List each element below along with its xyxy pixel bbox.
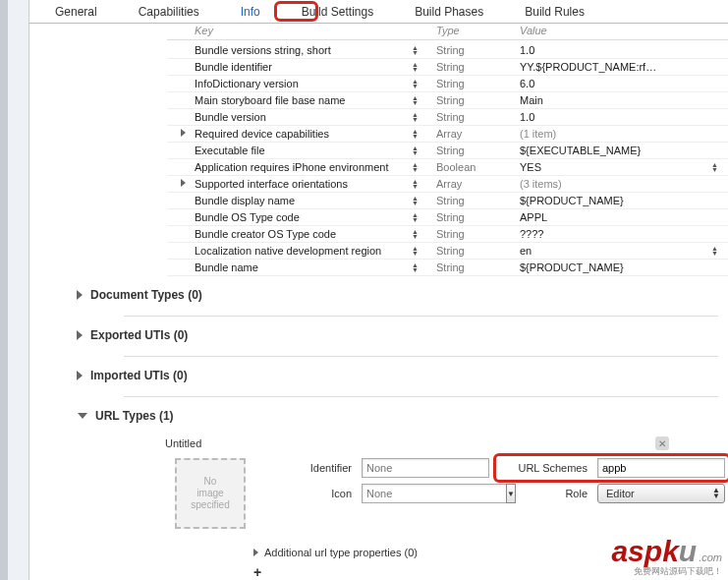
tab-build-settings[interactable]: Build Settings bbox=[296, 2, 379, 23]
plist-value: (3 items) bbox=[520, 178, 562, 190]
plist-type: String bbox=[436, 44, 465, 56]
plist-key: Bundle OS Type code bbox=[195, 211, 300, 223]
plist-type: String bbox=[436, 94, 465, 106]
plist-key: Bundle display name bbox=[195, 195, 295, 206]
disclosure-triangle-down-icon bbox=[78, 413, 87, 419]
plist-row[interactable]: Main storyboard file base nameStringMain bbox=[167, 92, 728, 109]
plist-row[interactable]: Bundle versions string, shortString1.0 bbox=[167, 42, 728, 59]
stepper-icon[interactable] bbox=[412, 162, 419, 172]
stepper-icon[interactable] bbox=[412, 95, 419, 105]
plist-key: Bundle version bbox=[195, 111, 266, 123]
plist-key: Application requires iPhone environment bbox=[195, 161, 389, 173]
plist-value: YY.${PRODUCT_NAME:rf… bbox=[520, 61, 656, 73]
stepper-icon[interactable] bbox=[412, 79, 419, 88]
plist-value: (1 item) bbox=[520, 128, 556, 140]
plist-row[interactable]: Bundle creator OS Type codeString???? bbox=[167, 226, 728, 243]
section-label: Document Types (0) bbox=[90, 288, 202, 302]
plist-type: Array bbox=[436, 178, 462, 190]
tab-build-rules[interactable]: Build Rules bbox=[519, 2, 590, 23]
plist-value: 6.0 bbox=[520, 78, 534, 89]
role-label: Role bbox=[499, 488, 588, 499]
disclosure-triangle-icon bbox=[77, 290, 83, 300]
stepper-icon[interactable] bbox=[412, 246, 419, 256]
plist-key: Localization native development region bbox=[195, 245, 381, 257]
icon-combo[interactable]: ▼ bbox=[362, 484, 489, 503]
plist-row[interactable]: Bundle display nameString${PRODUCT_NAME} bbox=[167, 193, 728, 209]
tab-build-phases[interactable]: Build Phases bbox=[409, 2, 489, 23]
plist-value: ${EXECUTABLE_NAME} bbox=[520, 145, 641, 156]
plist-type: String bbox=[436, 61, 465, 73]
close-icon[interactable]: ✕ bbox=[655, 436, 669, 450]
stepper-icon[interactable] bbox=[412, 196, 419, 205]
stepper-icon[interactable] bbox=[412, 212, 419, 222]
plist-value: APPL bbox=[520, 211, 547, 223]
url-schemes-field[interactable] bbox=[597, 458, 725, 478]
disclosure-triangle-icon bbox=[77, 330, 83, 340]
plist-header-key: Key bbox=[167, 24, 432, 39]
section-document-types[interactable]: Document Types (0) bbox=[77, 288, 718, 302]
stepper-icon[interactable] bbox=[711, 246, 718, 256]
plist-row[interactable]: InfoDictionary versionString6.0 bbox=[167, 76, 728, 92]
disclosure-triangle-icon bbox=[77, 371, 83, 380]
stepper-icon[interactable] bbox=[412, 62, 419, 72]
plist-row[interactable]: Application requires iPhone environmentB… bbox=[167, 159, 728, 176]
stepper-icon[interactable] bbox=[412, 229, 419, 239]
stepper-icon[interactable] bbox=[711, 162, 718, 172]
plist-type: Array bbox=[436, 128, 462, 140]
tab-info[interactable]: Info bbox=[235, 2, 266, 23]
stepper-icon[interactable] bbox=[412, 262, 419, 272]
role-popup-value: Editor bbox=[606, 488, 635, 499]
icon-combo-input[interactable] bbox=[362, 484, 506, 503]
plist-type: String bbox=[436, 145, 465, 156]
disclosure-triangle-icon[interactable] bbox=[181, 129, 186, 137]
tab-capabilities[interactable]: Capabilities bbox=[133, 2, 205, 23]
watermark-subtitle: 免费网站源码下载吧！ bbox=[611, 567, 722, 576]
plist-value: 1.0 bbox=[520, 111, 534, 123]
stepper-icon[interactable] bbox=[412, 112, 419, 122]
section-exported-utis[interactable]: Exported UTIs (0) bbox=[77, 328, 718, 342]
editor-content: General Capabilities Info Build Settings… bbox=[29, 0, 728, 580]
plist-row[interactable]: Supported interface orientationsArray(3 … bbox=[167, 176, 728, 193]
watermark-domain: .com bbox=[699, 551, 722, 563]
stepper-icon[interactable] bbox=[412, 45, 419, 55]
plist-value: YES bbox=[520, 161, 541, 173]
identifier-field[interactable] bbox=[362, 458, 489, 478]
plist-row[interactable]: Bundle nameString${PRODUCT_NAME} bbox=[167, 260, 728, 276]
plist-header: Key Type Value bbox=[167, 24, 728, 40]
stepper-icon[interactable] bbox=[412, 145, 419, 155]
plist-header-value: Value bbox=[516, 24, 728, 39]
plist-type: String bbox=[436, 195, 465, 206]
role-popup[interactable]: Editor bbox=[597, 484, 725, 503]
plist-row[interactable]: Bundle identifierStringYY.${PRODUCT_NAME… bbox=[167, 59, 728, 76]
editor-tabs: General Capabilities Info Build Settings… bbox=[29, 0, 728, 24]
plist-type: String bbox=[436, 111, 465, 123]
section-imported-utis[interactable]: Imported UTIs (0) bbox=[77, 369, 718, 382]
plist-key: Bundle versions string, short bbox=[195, 44, 331, 56]
watermark-brand-red: aspk bbox=[611, 535, 678, 567]
image-well[interactable]: No image specified bbox=[175, 458, 246, 529]
plist-header-type: Type bbox=[432, 24, 516, 39]
plist-value: 1.0 bbox=[520, 44, 534, 56]
plist-type: String bbox=[436, 228, 465, 240]
plist-value: ???? bbox=[520, 228, 543, 240]
stepper-icon[interactable] bbox=[412, 179, 419, 189]
plist-row[interactable]: Bundle OS Type codeStringAPPL bbox=[167, 209, 728, 226]
plist-key: InfoDictionary version bbox=[195, 78, 299, 89]
plist-value: en bbox=[520, 245, 532, 257]
plist-key: Bundle identifier bbox=[195, 61, 272, 73]
section-label: Imported UTIs (0) bbox=[90, 369, 188, 382]
plist-row[interactable]: Localization native development regionSt… bbox=[167, 243, 728, 260]
section-url-types[interactable]: URL Types (1) bbox=[77, 409, 718, 423]
url-type-title: Untitled bbox=[165, 437, 201, 449]
plist-type: String bbox=[436, 261, 465, 273]
plist-row[interactable]: Bundle versionString1.0 bbox=[167, 109, 728, 126]
disclosure-triangle-icon[interactable] bbox=[181, 179, 186, 187]
project-navigator-gutter bbox=[0, 0, 29, 580]
plist-row[interactable]: Required device capabilitiesArray(1 item… bbox=[167, 126, 728, 143]
plist-row[interactable]: Executable fileString${EXECUTABLE_NAME} bbox=[167, 143, 728, 159]
watermark: aspku.com 免费网站源码下载吧！ bbox=[611, 537, 722, 576]
stepper-icon[interactable] bbox=[412, 129, 419, 139]
tab-general[interactable]: General bbox=[49, 2, 103, 23]
divider bbox=[124, 316, 718, 317]
plist-type: Boolean bbox=[436, 161, 476, 173]
